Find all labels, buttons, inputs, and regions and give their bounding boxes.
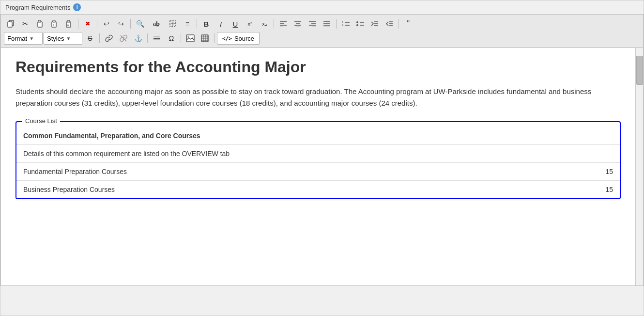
replace-icon: ab̲: [153, 21, 160, 27]
course-name-cell: Common Fundamental, Preparation, and Cor…: [16, 127, 591, 145]
spell-check-icon: ≡: [185, 20, 189, 28]
insert-table-button[interactable]: [198, 32, 212, 45]
outdent-button[interactable]: [383, 17, 396, 30]
remove-format-button[interactable]: ✖: [81, 17, 94, 30]
paste-button[interactable]: [33, 17, 46, 30]
indent-icon: [371, 20, 379, 27]
paste-word-button[interactable]: W: [62, 17, 76, 30]
anchor-icon: ⚓: [134, 34, 142, 42]
bold-button[interactable]: B: [199, 17, 213, 30]
insert-image-icon: [186, 34, 195, 42]
separator-9: [147, 33, 148, 43]
horizontal-rule-button[interactable]: [150, 32, 164, 45]
source-button[interactable]: </> Source: [217, 32, 260, 45]
separator-10: [181, 33, 181, 43]
separator-7: [399, 19, 399, 29]
align-right-button[interactable]: [306, 17, 319, 30]
svg-text:2.: 2.: [342, 24, 344, 27]
separator-6: [336, 19, 337, 29]
page-title: Requirements for the Accounting Major: [15, 58, 621, 76]
credits-cell: 15: [591, 181, 620, 199]
redo-icon: ↪: [118, 20, 124, 28]
intro-paragraph: Students should declare the accounting m…: [15, 86, 621, 109]
blockquote-button[interactable]: ": [401, 17, 415, 30]
select-all-icon: [169, 20, 177, 28]
copy-icon: [7, 20, 15, 28]
horizontal-rule-icon: [153, 34, 161, 42]
find-icon: 🔍: [136, 20, 144, 28]
source-label: Source: [234, 35, 254, 42]
info-icon[interactable]: i: [73, 3, 81, 11]
align-left-button[interactable]: [276, 17, 290, 30]
paste-text-icon: T: [50, 20, 58, 28]
justify-button[interactable]: [320, 17, 334, 30]
course-list-table: Common Fundamental, Preparation, and Cor…: [16, 127, 620, 198]
indent-button[interactable]: [368, 17, 382, 30]
outdent-icon: [385, 20, 393, 27]
anchor-button[interactable]: ⚓: [131, 32, 145, 45]
svg-rect-45: [153, 36, 160, 37]
replace-button[interactable]: ab̲: [148, 17, 165, 30]
paste-icon: [36, 20, 44, 28]
credits-cell: [591, 145, 620, 163]
course-detail-cell: Details of this common requirement are l…: [16, 145, 591, 163]
separator-2: [97, 19, 97, 29]
subscript-button[interactable]: x₂: [258, 17, 271, 30]
separator-4: [197, 19, 197, 29]
separator-3: [130, 19, 131, 29]
scrollbar[interactable]: [635, 48, 643, 285]
separator-8: [99, 33, 100, 43]
ordered-list-button[interactable]: 1. 2.: [339, 17, 353, 30]
remove-format-icon: ✖: [85, 20, 90, 27]
align-right-icon: [308, 20, 316, 27]
toolbar-row-1: ✂ T W: [4, 16, 640, 31]
format-dropdown[interactable]: Format ▼: [4, 32, 43, 45]
course-list-box: Course List Common Fundamental, Preparat…: [15, 121, 621, 199]
unordered-list-button[interactable]: [353, 17, 367, 30]
underline-icon: U: [233, 20, 238, 28]
redo-button[interactable]: ↪: [114, 17, 128, 30]
source-icon: </>: [222, 35, 232, 42]
align-center-button[interactable]: [291, 17, 305, 30]
select-all-button[interactable]: [166, 17, 180, 30]
paste-word-icon: W: [65, 20, 73, 28]
svg-rect-5: [53, 20, 55, 22]
svg-point-33: [356, 21, 358, 23]
align-left-icon: [279, 20, 287, 27]
justify-icon: [323, 20, 331, 27]
svg-point-34: [356, 24, 358, 26]
course-list-label: Course List: [22, 117, 60, 125]
insert-table-icon: [201, 34, 209, 42]
separator-1: [78, 19, 78, 29]
find-button[interactable]: 🔍: [133, 17, 147, 30]
italic-button[interactable]: I: [214, 17, 228, 30]
superscript-button[interactable]: x²: [243, 17, 257, 30]
link-button[interactable]: [102, 32, 116, 45]
styles-dropdown[interactable]: Styles ▼: [44, 32, 82, 45]
format-dropdown-arrow: ▼: [29, 36, 34, 41]
cut-button[interactable]: ✂: [18, 17, 32, 30]
styles-dropdown-arrow: ▼: [66, 36, 71, 41]
copy-button[interactable]: [4, 17, 17, 30]
cut-icon: ✂: [22, 20, 28, 28]
editor-content[interactable]: Requirements for the Accounting Major St…: [1, 48, 635, 285]
ordered-list-icon: 1. 2.: [341, 20, 350, 27]
svg-text:T: T: [53, 23, 55, 26]
editor-container: Requirements for the Accounting Major St…: [0, 47, 644, 286]
unlink-icon: [120, 34, 127, 42]
unordered-list-icon: [356, 20, 365, 27]
scrollbar-thumb[interactable]: [636, 56, 643, 85]
underline-button[interactable]: U: [229, 17, 242, 30]
credits-cell: 15: [591, 163, 620, 181]
svg-text:W: W: [67, 23, 69, 26]
insert-image-button[interactable]: [184, 32, 197, 45]
spell-check-button[interactable]: ≡: [181, 17, 194, 30]
unlink-button[interactable]: [117, 32, 130, 45]
format-label: Format: [7, 35, 27, 42]
strikethrough-button[interactable]: S: [83, 32, 97, 45]
paste-text-button[interactable]: T: [47, 17, 61, 30]
undo-button[interactable]: ↩: [100, 17, 113, 30]
superscript-icon: x²: [247, 21, 252, 27]
special-char-button[interactable]: Ω: [165, 32, 178, 45]
svg-rect-46: [153, 39, 160, 40]
